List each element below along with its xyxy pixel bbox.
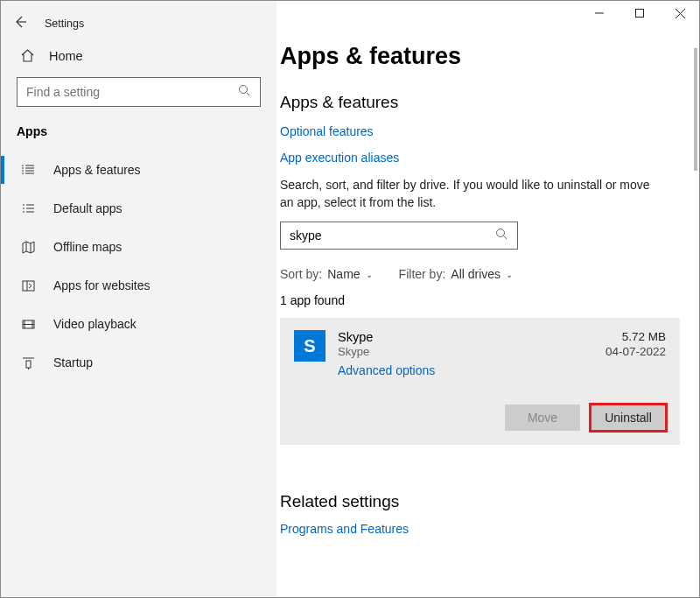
- nav-apps-websites[interactable]: Apps for websites: [1, 266, 276, 305]
- nav-apps-features[interactable]: Apps & features: [1, 151, 276, 189]
- app-search-box[interactable]: [280, 222, 518, 250]
- nav-item-label: Apps & features: [53, 163, 141, 177]
- link-optional-features[interactable]: Optional features: [280, 124, 680, 138]
- app-icon: S: [294, 330, 326, 362]
- window-controls: [579, 0, 700, 26]
- sort-value: Name: [327, 267, 360, 281]
- svg-point-5: [240, 86, 248, 94]
- app-date: 04-07-2022: [606, 345, 666, 358]
- settings-window: Settings Home Apps Apps & features Defau…: [0, 0, 700, 598]
- app-name: Skype: [338, 330, 606, 344]
- uninstall-button[interactable]: Uninstall: [591, 405, 666, 431]
- app-search-input[interactable]: [290, 229, 495, 243]
- sidebar: Settings Home Apps Apps & features Defau…: [1, 1, 276, 597]
- related-settings-title: Related settings: [280, 492, 680, 511]
- nav-video-playback[interactable]: Video playback: [1, 305, 276, 343]
- svg-line-6: [247, 93, 250, 96]
- page-title: Apps & features: [280, 43, 680, 70]
- section-subtitle: Apps & features: [280, 93, 680, 112]
- nav-home[interactable]: Home: [1, 39, 276, 68]
- main-panel: Apps & features Apps & features Optional…: [276, 1, 699, 597]
- nav-item-label: Video playback: [53, 317, 136, 331]
- nav-home-label: Home: [49, 49, 83, 63]
- chevron-down-icon: ⌄: [506, 270, 513, 279]
- back-button[interactable]: [11, 15, 29, 32]
- sort-control[interactable]: Sort by: Name ⌄: [280, 267, 373, 281]
- nav-item-label: Apps for websites: [53, 278, 150, 292]
- sidebar-search-input[interactable]: [26, 85, 238, 99]
- app-size: 5.72 MB: [622, 330, 666, 343]
- apps-websites-icon: [20, 278, 36, 293]
- titlebar: Settings: [1, 8, 276, 39]
- close-button[interactable]: [660, 0, 700, 26]
- home-icon: [20, 48, 35, 63]
- description-text: Search, sort, and filter by drive. If yo…: [280, 177, 656, 211]
- nav-item-label: Offline maps: [53, 240, 122, 254]
- sidebar-search[interactable]: [17, 77, 261, 107]
- svg-rect-28: [26, 361, 31, 368]
- scrollbar[interactable]: [694, 48, 697, 171]
- svg-rect-21: [23, 281, 34, 291]
- minimize-button[interactable]: [579, 0, 620, 26]
- move-button: Move: [505, 405, 580, 431]
- app-publisher: Skype: [338, 345, 606, 358]
- video-playback-icon: [20, 316, 36, 332]
- app-icon-letter: S: [304, 336, 315, 356]
- sort-filter-row: Sort by: Name ⌄ Filter by: All drives ⌄: [280, 267, 680, 281]
- offline-maps-icon: [20, 239, 36, 255]
- window-title: Settings: [45, 18, 84, 30]
- svg-rect-1: [636, 10, 644, 18]
- maximize-button[interactable]: [620, 0, 660, 26]
- nav-item-label: Default apps: [53, 201, 122, 215]
- link-programs-features[interactable]: Programs and Features: [280, 522, 680, 536]
- search-icon: [495, 228, 508, 244]
- sort-label: Sort by:: [280, 267, 322, 281]
- result-count: 1 app found: [280, 293, 680, 307]
- filter-value: All drives: [451, 267, 500, 281]
- filter-label: Filter by:: [399, 267, 446, 281]
- nav-startup[interactable]: Startup: [1, 343, 276, 382]
- nav-offline-maps[interactable]: Offline maps: [1, 228, 276, 266]
- default-apps-icon: [20, 201, 36, 216]
- nav-default-apps[interactable]: Default apps: [1, 189, 276, 228]
- svg-point-30: [497, 229, 505, 236]
- apps-features-icon: [20, 162, 36, 178]
- sidebar-section-label: Apps: [1, 119, 276, 151]
- nav-item-label: Startup: [53, 355, 93, 369]
- link-app-aliases[interactable]: App execution aliases: [280, 151, 680, 165]
- svg-line-31: [504, 236, 508, 239]
- advanced-options-link[interactable]: Advanced options: [338, 363, 435, 377]
- chevron-down-icon: ⌄: [366, 270, 373, 279]
- startup-icon: [20, 355, 36, 370]
- search-icon: [238, 84, 251, 100]
- app-card[interactable]: S Skype Skype Advanced options 5.72 MB 0…: [280, 318, 680, 445]
- filter-control[interactable]: Filter by: All drives ⌄: [399, 267, 513, 281]
